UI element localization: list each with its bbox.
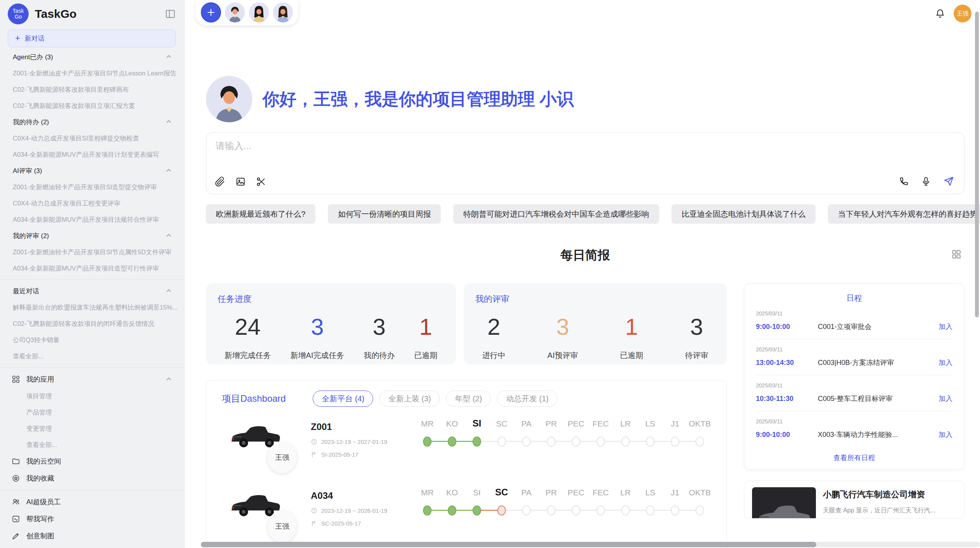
dashboard-tab[interactable]: 全新平台 (4) bbox=[313, 390, 373, 407]
dashboard-tab[interactable]: 动总开发 (1) bbox=[497, 390, 557, 407]
horizontal-scrollbar-thumb[interactable] bbox=[201, 542, 816, 547]
schedule-join-link[interactable]: 加入 bbox=[939, 358, 953, 367]
sidebar-section-header[interactable]: 我的评审 (2) bbox=[0, 228, 184, 244]
sidebar-task-item[interactable]: A034-全新新能源MUV产品开发项目计划变更表编写 bbox=[0, 146, 184, 163]
notification-bell-icon[interactable] bbox=[935, 9, 945, 19]
schedule-event-title: X003-车辆动力学性能验... bbox=[818, 430, 939, 439]
new-chat-button[interactable]: + 新对话 bbox=[8, 29, 176, 47]
app-menu-item[interactable]: 项目管理 bbox=[0, 388, 184, 404]
sidebar-task-item[interactable]: C0X4-动力总成开发项目SI里程碑提交物检查 bbox=[0, 130, 184, 146]
sidebar-task-item[interactable]: Z001-全新燃油皮卡产品开发项目SI节点Lesson Learn报告 bbox=[0, 65, 184, 81]
app-menu-item[interactable]: 产品管理 bbox=[0, 404, 184, 420]
agent-switcher bbox=[195, 0, 298, 26]
milestone-label: KO bbox=[440, 488, 464, 497]
phone-icon[interactable] bbox=[899, 176, 909, 187]
milestone-label: OKTB bbox=[687, 488, 712, 497]
suggestion-chip[interactable]: 比亚迪全固态电池计划具体说了什么 bbox=[672, 204, 816, 224]
milestone-dot bbox=[473, 437, 481, 447]
milestone-dot bbox=[423, 505, 432, 515]
horizontal-scrollbar[interactable] bbox=[201, 542, 980, 547]
user-avatar[interactable]: 王强 bbox=[954, 5, 971, 22]
sidebar-section-header[interactable]: 我的待办 (2) bbox=[0, 114, 184, 130]
schedule-join-link[interactable]: 加入 bbox=[939, 430, 953, 439]
recent-view-all[interactable]: 查看全部... bbox=[0, 348, 184, 364]
dashboard-tab[interactable]: 全新上装 (3) bbox=[379, 390, 440, 407]
suggestion-chip[interactable]: 当下年轻人对汽车外观有怎样的喜好趋势 bbox=[828, 204, 980, 224]
news-card[interactable]: 小鹏飞行汽车制造公司增资 天眼查 App 显示，近日广州汇天飞行汽... bbox=[744, 481, 965, 519]
star-badge-icon bbox=[12, 474, 20, 483]
project-dates: 2023-12-19 ~ 2026-01-19 bbox=[321, 507, 387, 514]
microphone-icon[interactable] bbox=[921, 176, 931, 187]
milestone-dot bbox=[547, 437, 555, 447]
favorites-label: 我的收藏 bbox=[26, 474, 173, 483]
scissors-icon[interactable] bbox=[256, 176, 266, 187]
send-icon[interactable] bbox=[943, 176, 954, 187]
sidebar-task-item[interactable]: Z001-全新燃油轻卡产品开发项目SI节点属性5D文件评审 bbox=[0, 244, 184, 260]
chevron-up-icon bbox=[165, 167, 173, 175]
stat-cell: 1已逾期 bbox=[414, 313, 437, 361]
stat-cell: 1已逾期 bbox=[620, 313, 643, 361]
attachment-icon[interactable] bbox=[215, 176, 225, 187]
new-chat-label: 新对话 bbox=[25, 34, 45, 43]
sidebar-task-item[interactable]: C02-飞腾新能源轻客改款项目里程碑画布 bbox=[0, 81, 184, 98]
agent-avatar-2[interactable] bbox=[249, 2, 269, 22]
project-flag: SC-2025-05-17 bbox=[321, 520, 361, 527]
schedule-join-link[interactable]: 加入 bbox=[939, 394, 953, 403]
suggestion-chip[interactable]: 如何写一份清晰的项目周报 bbox=[328, 204, 441, 224]
dashboard-tab[interactable]: 年型 (2) bbox=[446, 390, 491, 407]
sidebar-item-favorites[interactable]: 我的收藏 bbox=[0, 470, 184, 487]
agent-avatar-3[interactable] bbox=[273, 2, 293, 22]
add-agent-button[interactable] bbox=[201, 2, 221, 22]
stat-value: 2 bbox=[482, 313, 505, 340]
vertical-scrollbar-thumb[interactable] bbox=[975, 12, 979, 317]
milestone-label: PEC bbox=[564, 419, 588, 428]
sidebar-collapse-icon[interactable] bbox=[165, 9, 176, 19]
milestone-label: MR bbox=[415, 488, 440, 497]
owner-badge: 王强 bbox=[267, 510, 297, 542]
cloud-space-label: 我的云空间 bbox=[26, 457, 173, 466]
sidebar-tool-2[interactable]: 帮我写作 bbox=[0, 510, 184, 527]
suggestion-chip[interactable]: 欧洲新规最近颁布了什么? bbox=[206, 204, 315, 224]
writing-icon bbox=[12, 515, 20, 523]
sidebar-section-header[interactable]: Agent已办 (3) bbox=[0, 49, 184, 65]
sidebar-tool-1[interactable]: AI超级员工 bbox=[0, 493, 184, 510]
pen-icon bbox=[12, 532, 20, 540]
milestone-label: LR bbox=[613, 488, 638, 497]
schedule-item: 2025/03/119:00-10:00X003-车辆动力学性能验...加入 bbox=[756, 411, 953, 447]
stat-value: 1 bbox=[414, 313, 437, 340]
sidebar-section-header[interactable]: AI评审 (3) bbox=[0, 163, 184, 179]
milestone-dot bbox=[547, 505, 555, 515]
sidebar-item-my-apps[interactable]: 我的应用 bbox=[0, 371, 184, 388]
sidebar-task-item[interactable]: A034-全新新能源MUV产品开发项目法规符合性评审 bbox=[0, 211, 184, 228]
stat-value: 1 bbox=[620, 313, 643, 340]
schedule-join-link[interactable]: 加入 bbox=[939, 322, 953, 331]
sidebar-task-item[interactable]: Z001-全新燃油轻卡产品开发项目SI造型提交物评审 bbox=[0, 179, 184, 195]
stat-value: 3 bbox=[685, 313, 708, 340]
vertical-scrollbar[interactable] bbox=[975, 12, 979, 317]
sidebar-task-item[interactable]: C0X4-动力总成开发项目工程变更评审 bbox=[0, 195, 184, 211]
project-code: Z001 bbox=[311, 421, 423, 432]
topbar: 王强 bbox=[185, 0, 980, 27]
milestone-dot bbox=[596, 505, 605, 515]
schedule-view-all[interactable]: 查看所有日程 bbox=[756, 453, 953, 462]
recent-chat-item[interactable]: 解释最新出台的欧盟报废车法规再生塑料比例被调至15%... bbox=[0, 299, 184, 315]
milestone-dot bbox=[522, 505, 531, 515]
milestone-dot bbox=[671, 437, 679, 447]
chat-input[interactable] bbox=[216, 140, 874, 167]
sidebar-task-item[interactable]: A034-全新新能源MUV产品开发项目造型可行性评审 bbox=[0, 260, 184, 276]
apps-view-all[interactable]: 查看全部... bbox=[0, 437, 184, 453]
sidebar-section-recent[interactable]: 最近对话 bbox=[0, 283, 184, 299]
project-car: 王强 bbox=[222, 418, 311, 476]
recent-chat-item[interactable]: 公司Q3轻卡销量 bbox=[0, 332, 184, 348]
sidebar-item-cloud-space[interactable]: 我的云空间 bbox=[0, 453, 184, 470]
sidebar-tool-3[interactable]: 创意制图 bbox=[0, 527, 184, 545]
chevron-up-icon bbox=[165, 53, 173, 61]
sidebar-task-item[interactable]: C02-飞腾新能源轻客改款项目立项汇报方案 bbox=[0, 98, 184, 114]
layout-grid-icon[interactable] bbox=[951, 249, 961, 259]
project-code: A034 bbox=[311, 490, 423, 501]
app-menu-item[interactable]: 变更管理 bbox=[0, 420, 184, 437]
suggestion-chip[interactable]: 特朗普可能对进口汽车增税会对中国车企造成哪些影响 bbox=[453, 204, 659, 224]
agent-avatar-1[interactable] bbox=[225, 2, 245, 22]
image-upload-icon[interactable] bbox=[235, 176, 246, 187]
recent-chat-item[interactable]: C02-飞腾新能源轻客改款项目的闭环通告反馈情况 bbox=[0, 315, 184, 332]
